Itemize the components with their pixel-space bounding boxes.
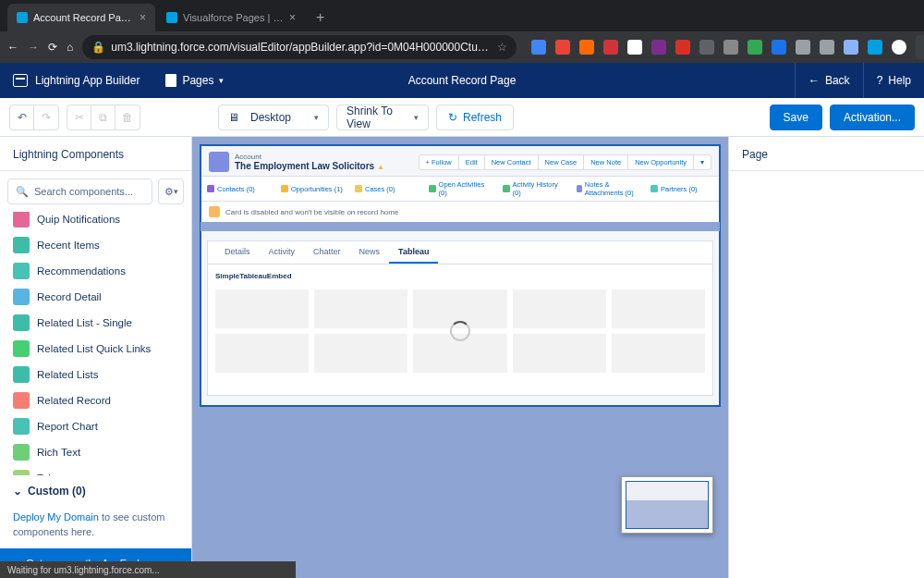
help-icon: ? — [877, 74, 883, 87]
back-arrow-icon: ← — [808, 74, 820, 87]
extension-icon[interactable] — [675, 40, 690, 55]
back-icon[interactable]: ← — [7, 39, 18, 55]
extension-icon[interactable] — [748, 40, 762, 55]
component-search-input[interactable]: 🔍 Search components... — [7, 178, 152, 204]
chevron-down-icon: ▾ — [314, 113, 319, 122]
component-label: Report Chart — [37, 421, 98, 432]
component-item[interactable]: Report Chart — [0, 413, 191, 439]
extension-icon[interactable] — [651, 40, 666, 55]
browser-tab-active[interactable]: Account Record Page - Lightning × — [7, 4, 155, 31]
extension-icon[interactable] — [772, 40, 786, 55]
component-item[interactable]: Related Record — [0, 387, 191, 413]
component-item[interactable]: Tabs — [0, 465, 191, 475]
selected-region[interactable]: Account The Employment Law Solicitors ▲ … — [200, 144, 721, 407]
deploy-domain-hint: Deploy My Domain to see custom component… — [0, 507, 191, 548]
browser-toolbar: ← → ⟳ ⌂ 🔒 um3.lightning.force.com/visual… — [0, 31, 924, 63]
bookmark-icon[interactable]: ☆ — [497, 41, 507, 54]
tabs-component[interactable]: DetailsActivityChatterNewsTableau Simple… — [207, 240, 713, 396]
properties-panel-title: Page — [729, 137, 924, 171]
canvas-tab[interactable]: News — [350, 241, 390, 264]
help-button[interactable]: ? Help — [863, 63, 924, 98]
extension-icon[interactable] — [579, 40, 594, 55]
component-label: Recent Items — [37, 240, 100, 251]
refresh-button[interactable]: ↻ Refresh — [436, 105, 514, 130]
component-item[interactable]: Related Lists — [0, 362, 191, 387]
close-icon[interactable]: × — [289, 11, 296, 24]
close-icon[interactable]: × — [140, 11, 146, 24]
browser-tab[interactable]: Visualforce Pages | Salesforce × — [157, 4, 305, 31]
canvas-tab[interactable]: Activity — [260, 241, 305, 264]
home-icon[interactable]: ⌂ — [67, 39, 73, 55]
zoom-select[interactable]: Shrink To View ▾ — [336, 105, 429, 130]
related-list-link[interactable]: Cases (0) — [349, 177, 423, 201]
record-action[interactable]: New Note — [584, 155, 628, 169]
extension-icon[interactable] — [723, 40, 738, 55]
record-action[interactable]: Edit — [459, 155, 485, 169]
component-icon — [13, 212, 30, 228]
component-item[interactable]: Rich Text — [0, 439, 191, 465]
search-icon: 🔍 — [16, 186, 29, 198]
redo-button: ↷ — [34, 105, 58, 129]
extension-icon[interactable] — [555, 40, 570, 55]
salesforce-favicon — [17, 12, 28, 23]
component-item[interactable]: Recommendations — [0, 258, 191, 284]
canvas-minimap[interactable] — [621, 476, 713, 534]
related-list-link[interactable]: Activity History (0) — [497, 177, 571, 201]
builder-canvas[interactable]: Account The Employment Law Solicitors ▲ … — [192, 137, 728, 578]
component-icon — [13, 263, 30, 279]
reload-icon[interactable]: ⟳ — [48, 39, 57, 55]
extension-icon[interactable] — [796, 40, 810, 55]
related-list-link[interactable]: Opportunities (1) — [275, 177, 349, 201]
back-button[interactable]: ← Back — [795, 63, 863, 98]
related-list-link[interactable]: Partners (0) — [645, 177, 719, 201]
related-label: Opportunities (1) — [291, 185, 343, 193]
component-label: Recommendations — [37, 265, 126, 277]
extension-icon[interactable] — [820, 40, 834, 55]
canvas-tab[interactable]: Chatter — [304, 241, 350, 264]
related-label: Partners (0) — [661, 185, 698, 193]
extension-icon[interactable] — [627, 40, 642, 55]
chevron-down-icon: ▾ — [414, 113, 419, 122]
activation-button[interactable]: Activation... — [830, 105, 915, 130]
component-item[interactable]: Related List - Single — [0, 310, 191, 336]
save-button[interactable]: Save — [770, 105, 822, 130]
extension-icon[interactable] — [892, 40, 906, 55]
component-icon — [13, 314, 30, 331]
component-icon — [13, 366, 30, 383]
related-icon — [650, 185, 658, 192]
record-action[interactable]: New Case — [539, 155, 585, 169]
record-highlights[interactable]: Account The Employment Law Solicitors ▲ … — [201, 146, 719, 177]
canvas-tab[interactable]: Tableau — [389, 241, 438, 264]
pages-dropdown[interactable]: Pages ▾ — [156, 68, 233, 92]
component-label: Related Record — [37, 395, 111, 406]
component-label: Rich Text — [37, 447, 80, 458]
undo-button[interactable]: ↶ — [10, 105, 34, 129]
related-list-link[interactable]: Notes & Attachments (0) — [571, 177, 645, 201]
record-action[interactable]: New Contact — [485, 155, 539, 169]
related-list-link[interactable]: Open Activities (0) — [423, 177, 497, 201]
record-action[interactable]: + Follow — [419, 155, 459, 169]
component-item[interactable]: Quip Notifications — [0, 212, 191, 232]
component-item[interactable]: Record Detail — [0, 284, 191, 310]
component-item[interactable]: Recent Items — [0, 232, 191, 258]
extension-icon[interactable] — [868, 40, 882, 55]
record-action[interactable]: ▾ — [694, 155, 711, 169]
extension-icon[interactable] — [603, 40, 618, 55]
related-icon — [281, 185, 288, 192]
related-list-link[interactable]: Contacts (0) — [201, 177, 275, 201]
extension-icon[interactable] — [844, 40, 858, 55]
canvas-tab[interactable]: Details — [215, 241, 260, 264]
form-factor-select[interactable]: 🖥 Desktop ▾ — [218, 105, 329, 130]
related-label: Cases (0) — [365, 185, 395, 193]
extension-icon[interactable] — [699, 40, 714, 55]
record-action[interactable]: New Opportunity — [628, 155, 694, 169]
profile-paused-chip[interactable]: Paused — [916, 35, 924, 59]
custom-section-toggle[interactable]: ⌄ Custom (0) — [0, 475, 191, 507]
deploy-domain-link[interactable]: Deploy My Domain — [13, 511, 99, 523]
components-panel-title: Lightning Components — [0, 137, 191, 171]
component-item[interactable]: Related List Quick Links — [0, 336, 191, 362]
extension-icon[interactable] — [531, 40, 546, 55]
new-tab-button[interactable]: + — [307, 4, 334, 31]
component-filter-button[interactable]: ⚙▾ — [158, 178, 184, 204]
address-bar[interactable]: 🔒 um3.lightning.force.com/visualEditor/a… — [82, 35, 517, 59]
